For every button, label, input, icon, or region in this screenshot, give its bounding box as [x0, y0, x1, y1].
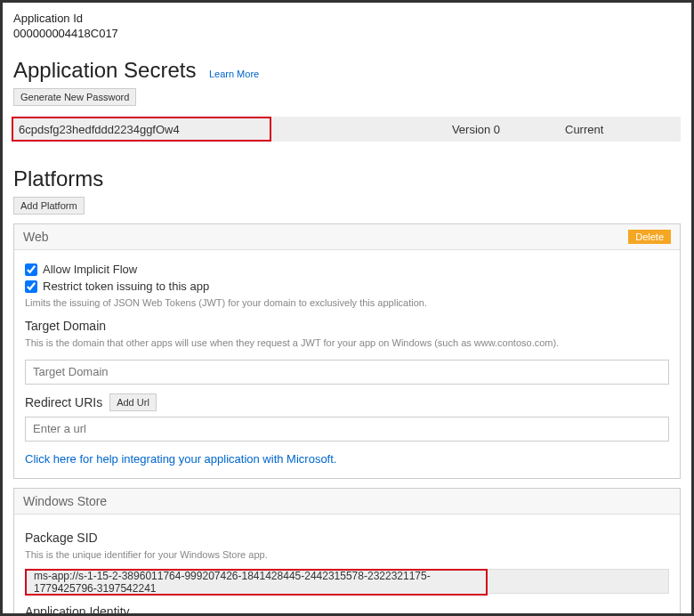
secrets-learn-more-link[interactable]: Learn More — [209, 69, 259, 79]
app-id-label: Application Id — [13, 12, 681, 25]
restrict-token-checkbox[interactable] — [25, 280, 37, 293]
target-domain-help: This is the domain that other apps will … — [25, 336, 669, 350]
web-panel: Web Delete Allow Implicit Flow Restrict … — [13, 223, 681, 479]
app-id-value: 000000004418C017 — [13, 27, 681, 40]
windows-store-panel: Windows Store Package SID This is the un… — [13, 488, 681, 616]
restrict-token-row[interactable]: Restrict token issuing to this app — [25, 280, 669, 293]
package-sid-value: ms-app://s-1-15-2-3896011764-999207426-1… — [25, 569, 488, 596]
windows-store-panel-title: Windows Store — [23, 494, 107, 508]
app-identity-label: Application Identity — [25, 604, 669, 616]
web-delete-button[interactable]: Delete — [628, 230, 671, 244]
secret-version: Version 0 — [271, 123, 565, 136]
allow-implicit-checkbox[interactable] — [25, 263, 37, 276]
secrets-heading: Application Secrets — [13, 58, 196, 83]
allow-implicit-label: Allow Implicit Flow — [43, 263, 137, 276]
secret-status: Current — [565, 123, 681, 136]
web-panel-title: Web — [23, 230, 49, 244]
add-platform-button[interactable]: Add Platform — [13, 197, 85, 215]
redirect-uris-label: Redirect URIs — [25, 395, 102, 409]
secret-row: 6cpdsfg23hedfddd2234ggfOw4 Version 0 Cur… — [13, 117, 681, 142]
allow-implicit-row[interactable]: Allow Implicit Flow — [25, 263, 669, 276]
package-sid-help: This is the unique identifier for your W… — [25, 548, 669, 562]
integration-help-link[interactable]: Click here for help integrating your app… — [25, 452, 669, 466]
generate-password-button[interactable]: Generate New Password — [13, 88, 136, 106]
redirect-uri-input[interactable] — [25, 417, 669, 442]
secret-password-value: 6cpdsfg23hedfddd2234ggfOw4 — [12, 117, 271, 142]
restrict-token-help: Limits the issuing of JSON Web Tokens (J… — [25, 296, 669, 310]
package-sid-label: Package SID — [25, 531, 669, 545]
target-domain-input[interactable] — [25, 360, 669, 385]
add-url-button[interactable]: Add Url — [109, 393, 157, 411]
platforms-heading: Platforms — [13, 166, 103, 191]
restrict-token-label: Restrict token issuing to this app — [43, 280, 209, 293]
target-domain-label: Target Domain — [25, 319, 669, 333]
